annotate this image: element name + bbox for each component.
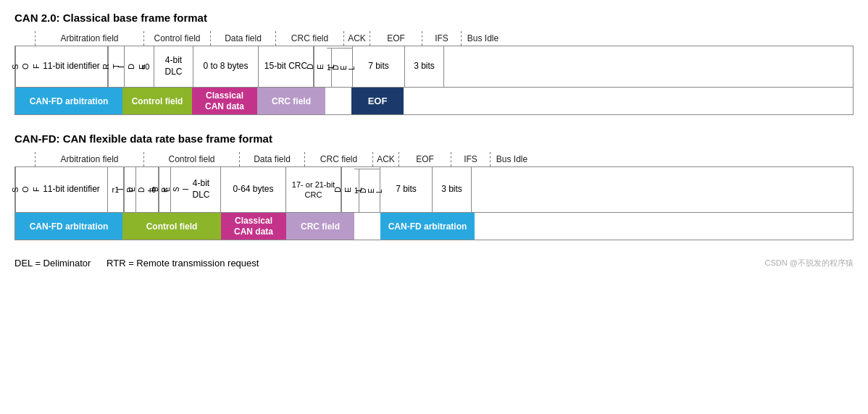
csdn-note: CSDN @不脱发的程序猿 <box>765 258 854 269</box>
arb-header: Arbitration field <box>35 31 143 46</box>
footer-notes: DEL = Deliminator RTR = Remote transmiss… <box>14 258 259 269</box>
can20-ack-color <box>325 88 351 114</box>
fd-eof-header: EOF <box>398 152 451 166</box>
bus-idle-header: Bus Idle <box>461 31 504 46</box>
fd-ack-color <box>354 213 380 240</box>
ctrl-header: Control field <box>143 31 210 46</box>
ack-header: ACK <box>343 31 370 46</box>
fd-rest-color <box>475 213 853 240</box>
fd-crc-header: CRC field <box>304 152 372 166</box>
eof-header: EOF <box>370 31 422 46</box>
4bit-dlc-cell: 4-bit DLC <box>154 46 193 87</box>
canfd-data-row: SOF 11-bit identifier r1 IDE EDL r0 BRS … <box>14 166 854 213</box>
can20-arb-color: CAN-FD arbitration <box>15 88 122 114</box>
del1-cell: DEL <box>314 46 327 87</box>
ide-cell: IDE <box>124 46 138 87</box>
crc-header: CRC field <box>275 31 343 46</box>
canfd-title: CAN-FD: CAN flexible data rate base fram… <box>14 132 854 145</box>
fd-arb-header: Arbitration field <box>35 152 143 166</box>
del-note: DEL = Deliminator <box>14 258 91 269</box>
fd-crc-color: CRC field <box>286 213 354 240</box>
data-header: Data field <box>210 31 275 46</box>
fd-data-color: ClassicalCAN data <box>221 213 286 240</box>
can20-data-row: SOF 11-bit identifier RTR IDE r0 4-bit D… <box>14 46 854 88</box>
ifs-3bits-cell: 3 bits <box>405 46 444 87</box>
fd-eof-7bits: 7 bits <box>380 167 433 212</box>
ifs-header: IFS <box>422 31 461 46</box>
fd-bus-idle-cell <box>472 167 515 212</box>
fd-edl-cell: EDL <box>135 167 147 212</box>
can20-crc-color: CRC field <box>257 88 325 114</box>
fd-del2-cell: DEL <box>359 169 383 212</box>
del2-cell: DEL <box>332 48 356 87</box>
fd-ifs-header: IFS <box>451 152 490 166</box>
can20-data-color: ClassicalCAN data <box>192 88 257 114</box>
can20-ctrl-color: Control field <box>122 88 192 114</box>
canfd-color-row: CAN-FD arbitration Control field Classic… <box>14 213 854 240</box>
can20-title: CAN 2.0: Classical base frame format <box>14 12 854 24</box>
footer: DEL = Deliminator RTR = Remote transmiss… <box>14 258 854 269</box>
fd-eof2-color: CAN-FD arbitration <box>380 213 475 240</box>
fd-del1-cell: DEL <box>341 167 354 212</box>
rtr-note: RTR = Remote transmission request <box>107 258 259 269</box>
fd-arb-color: CAN-FD arbitration <box>15 213 122 240</box>
fd-bus-idle-header: Bus Idle <box>490 152 533 166</box>
fd-data-header: Data field <box>239 152 304 166</box>
fd-sof-cell: SOF <box>15 167 36 212</box>
0to8-cell: 0 to 8 bytes <box>193 46 259 87</box>
bus-idle-cell <box>444 46 488 87</box>
can20-eof-color: EOF <box>351 88 404 114</box>
11bit-cell: 11-bit identifier <box>36 46 108 87</box>
can20-section: CAN 2.0: Classical base frame format Arb… <box>14 12 854 115</box>
fd-11bit-cell: 11-bit identifier <box>36 167 108 212</box>
fd-ifs-3bits: 3 bits <box>433 167 472 212</box>
sof-cell: SOF <box>15 46 36 87</box>
fd-ctrl-header: Control field <box>143 152 239 166</box>
fd-064-cell: 0-64 bytes <box>221 167 286 212</box>
eof-7bits-cell: 7 bits <box>353 46 405 87</box>
fd-esi-cell: ESI <box>170 167 182 212</box>
fd-ack-header: ACK <box>372 152 398 166</box>
fd-ctrl-color: Control field <box>122 213 221 240</box>
canfd-section: CAN-FD: CAN flexible data rate base fram… <box>14 132 854 240</box>
can20-ifs-color <box>404 88 853 114</box>
can20-color-row: CAN-FD arbitration Control field Classic… <box>14 88 854 115</box>
